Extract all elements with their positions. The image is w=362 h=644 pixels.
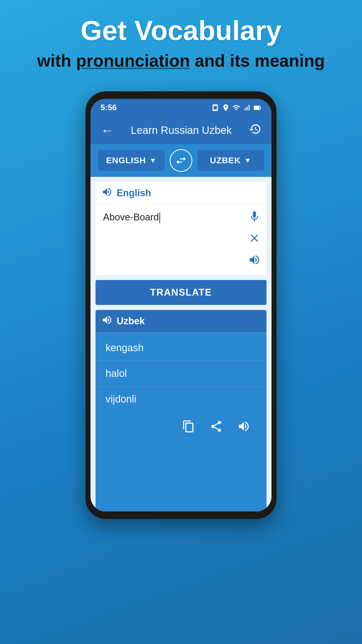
target-lang-chevron: ▼	[244, 156, 251, 165]
translation-item-0[interactable]: kengash	[96, 335, 266, 361]
target-lang-header: Uzbek	[96, 310, 266, 333]
lang-selector-row: ENGLISH ▼ UZBEK ▼	[90, 144, 272, 177]
sim-icon	[211, 104, 219, 112]
translate-button[interactable]: TRANSLATE	[96, 280, 266, 305]
target-lang-display: Uzbek	[117, 316, 145, 327]
translation-list: kengash halol vijdonli	[96, 333, 266, 414]
mic-button[interactable]	[247, 210, 261, 224]
copy-button[interactable]	[181, 419, 196, 434]
source-lang-header: English	[96, 182, 266, 205]
signal-icon	[243, 104, 251, 112]
source-text: Above-Board	[103, 211, 241, 224]
app-bar: ← Learn Russian Uzbek	[90, 116, 272, 144]
target-lang-button[interactable]: UZBEK ▼	[197, 150, 264, 171]
source-lang-button[interactable]: ENGLISH ▼	[98, 150, 165, 171]
target-volume-button[interactable]	[236, 419, 251, 434]
back-button[interactable]: ←	[101, 123, 114, 138]
location-icon	[222, 104, 230, 112]
phone-screen: 5:56 ← Learn Russian Uzbek	[90, 99, 272, 511]
status-time: 5:56	[101, 103, 117, 112]
svg-rect-1	[213, 106, 217, 109]
target-lang-label: UZBEK	[210, 155, 241, 165]
subheadline-highlight: pronunciation	[76, 51, 190, 70]
app-bar-title: Learn Russian Uzbek	[131, 124, 232, 136]
swap-button[interactable]	[170, 149, 192, 172]
svg-rect-4	[254, 106, 259, 109]
source-lang-display: English	[117, 188, 151, 198]
source-actions	[247, 210, 261, 267]
history-button[interactable]	[249, 123, 261, 138]
translation-item-2[interactable]: vijdonli	[96, 386, 266, 412]
subheadline-before: with	[37, 51, 76, 70]
battery-icon	[253, 104, 261, 112]
subheadline-after: and its meaning	[190, 51, 325, 70]
source-input-area[interactable]: Above-Board	[96, 205, 266, 275]
headline: Get Vocabulary	[81, 15, 282, 46]
source-panel: English Above-Board	[96, 182, 266, 275]
svg-rect-3	[260, 107, 261, 109]
source-volume-button[interactable]	[247, 253, 261, 267]
translation-item-1[interactable]: halol	[96, 361, 266, 386]
source-speaker-icon[interactable]	[102, 186, 113, 200]
status-icons	[211, 104, 261, 112]
source-lang-label: ENGLISH	[106, 155, 146, 165]
content-area: English Above-Board	[90, 177, 272, 511]
clear-button[interactable]	[247, 231, 261, 245]
text-cursor	[159, 213, 160, 223]
subheadline: with pronunciation and its meaning	[37, 51, 325, 71]
bottom-action-bar	[101, 414, 261, 438]
target-speaker-icon[interactable]	[102, 314, 113, 328]
phone-shell: 5:56 ← Learn Russian Uzbek	[85, 91, 277, 519]
target-panel: Uzbek kengash halol vijdonli	[96, 310, 266, 511]
source-lang-chevron: ▼	[149, 156, 157, 165]
share-button[interactable]	[209, 419, 224, 434]
wifi-icon	[232, 104, 240, 112]
status-bar: 5:56	[90, 99, 272, 116]
